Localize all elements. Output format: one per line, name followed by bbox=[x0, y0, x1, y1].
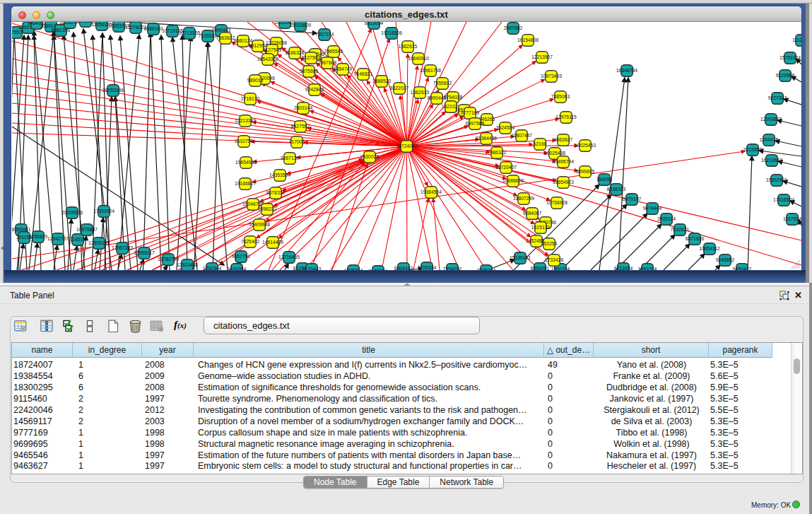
svg-text:1362615: 1362615 bbox=[411, 90, 430, 95]
svg-text:9657791: 9657791 bbox=[232, 254, 251, 259]
svg-text:1362615: 1362615 bbox=[399, 44, 418, 49]
svg-text:8678332: 8678332 bbox=[266, 190, 286, 195]
svg-text:10975867: 10975867 bbox=[76, 227, 98, 232]
svg-text:18724007: 18724007 bbox=[396, 144, 417, 148]
svg-text:1588520: 1588520 bbox=[372, 78, 392, 83]
svg-text:17957253: 17957253 bbox=[112, 245, 133, 250]
svg-text:9127503: 9127503 bbox=[263, 47, 282, 52]
svg-text:7663822: 7663822 bbox=[216, 35, 235, 40]
svg-text:5875685: 5875685 bbox=[300, 69, 319, 74]
svg-text:7632621: 7632621 bbox=[671, 227, 690, 232]
svg-text:1167534: 1167534 bbox=[783, 216, 801, 221]
svg-text:16046736: 16046736 bbox=[242, 201, 264, 206]
svg-text:16648784: 16648784 bbox=[616, 68, 637, 73]
svg-text:14353594: 14353594 bbox=[269, 173, 290, 177]
svg-text:10958117: 10958117 bbox=[134, 250, 155, 255]
svg-text:1244415: 1244415 bbox=[760, 137, 779, 142]
svg-text:16033809: 16033809 bbox=[290, 23, 311, 28]
svg-text:12213967: 12213967 bbox=[531, 54, 553, 59]
svg-text:417006: 417006 bbox=[289, 139, 305, 144]
svg-text:10688609: 10688609 bbox=[502, 178, 524, 183]
svg-text:1650334: 1650334 bbox=[551, 267, 570, 270]
svg-text:12505135: 12505135 bbox=[88, 240, 110, 245]
svg-text:2905314: 2905314 bbox=[477, 268, 496, 270]
svg-text:2803144: 2803144 bbox=[294, 105, 313, 110]
svg-text:16640910: 16640910 bbox=[408, 56, 429, 61]
svg-text:1733426: 1733426 bbox=[545, 257, 564, 262]
svg-text:6213054: 6213054 bbox=[614, 266, 633, 270]
svg-text:21364436: 21364436 bbox=[476, 136, 497, 141]
svg-text:16713155: 16713155 bbox=[179, 30, 200, 35]
svg-text:10973493: 10973493 bbox=[541, 74, 562, 78]
svg-text:19384554: 19384554 bbox=[420, 189, 442, 194]
svg-text:16154808: 16154808 bbox=[517, 37, 539, 42]
svg-text:7986322: 7986322 bbox=[488, 150, 507, 155]
svg-text:15136141: 15136141 bbox=[510, 255, 531, 260]
svg-text:10807487: 10807487 bbox=[511, 133, 532, 138]
svg-text:2965546: 2965546 bbox=[324, 49, 343, 54]
svg-text:8427552: 8427552 bbox=[291, 124, 310, 129]
svg-text:1156829: 1156829 bbox=[29, 234, 47, 239]
svg-text:2530025: 2530025 bbox=[360, 154, 379, 159]
svg-text:15720407: 15720407 bbox=[495, 165, 517, 170]
svg-text:7625402: 7625402 bbox=[241, 239, 260, 244]
svg-text:12942737: 12942737 bbox=[47, 236, 69, 241]
svg-text:7485063: 7485063 bbox=[551, 94, 570, 99]
svg-text:16543362: 16543362 bbox=[257, 57, 278, 62]
svg-text:9146821: 9146821 bbox=[354, 71, 373, 76]
svg-text:19166827: 19166827 bbox=[235, 181, 256, 186]
svg-text:15692921: 15692921 bbox=[766, 177, 787, 182]
svg-text:8854091: 8854091 bbox=[531, 266, 550, 270]
svg-text:6479197: 6479197 bbox=[623, 197, 642, 201]
svg-text:3624554: 3624554 bbox=[496, 125, 515, 130]
svg-text:2935114: 2935114 bbox=[657, 216, 676, 221]
svg-text:13495794: 13495794 bbox=[553, 159, 574, 164]
svg-text:9777169: 9777169 bbox=[461, 110, 480, 115]
svg-text:16961758: 16961758 bbox=[420, 68, 441, 73]
svg-text:8813054: 8813054 bbox=[365, 22, 384, 25]
svg-text:9120554: 9120554 bbox=[369, 269, 388, 270]
svg-text:12923448: 12923448 bbox=[177, 262, 198, 267]
svg-text:1610354: 1610354 bbox=[228, 267, 247, 270]
svg-text:7955812: 7955812 bbox=[433, 81, 452, 86]
svg-text:16782759: 16782759 bbox=[158, 257, 179, 262]
svg-text:10025438: 10025438 bbox=[544, 151, 565, 156]
svg-text:9794028: 9794028 bbox=[444, 95, 463, 100]
svg-text:9120443: 9120443 bbox=[302, 267, 322, 270]
svg-text:12975115: 12975115 bbox=[555, 115, 577, 119]
svg-text:1605334: 1605334 bbox=[344, 268, 363, 270]
svg-text:164095: 164095 bbox=[596, 177, 613, 182]
svg-text:10025453: 10025453 bbox=[575, 143, 596, 148]
svg-text:1498222: 1498222 bbox=[258, 206, 277, 211]
svg-text:9129966: 9129966 bbox=[776, 73, 795, 78]
svg-text:1112094: 1112094 bbox=[792, 37, 801, 42]
svg-text:2718170: 2718170 bbox=[241, 96, 260, 101]
svg-text:20206536: 20206536 bbox=[61, 210, 83, 215]
svg-text:8904412: 8904412 bbox=[394, 266, 413, 270]
svg-text:19654985: 19654985 bbox=[235, 160, 257, 165]
svg-text:16409948: 16409948 bbox=[249, 222, 270, 227]
svg-text:16210643: 16210643 bbox=[761, 158, 782, 163]
svg-text:2087682: 2087682 bbox=[504, 25, 523, 30]
svg-text:7357274: 7357274 bbox=[315, 32, 334, 37]
svg-text:13654923: 13654923 bbox=[553, 180, 574, 185]
svg-text:15751074: 15751074 bbox=[779, 55, 801, 60]
svg-text:9450412: 9450412 bbox=[733, 267, 752, 270]
svg-text:9463627: 9463627 bbox=[554, 137, 573, 142]
svg-text:9227343: 9227343 bbox=[768, 95, 787, 100]
svg-text:7515526: 7515526 bbox=[199, 33, 218, 38]
svg-text:3215958: 3215958 bbox=[743, 147, 763, 152]
svg-text:252254: 252254 bbox=[541, 241, 558, 246]
svg-text:12093873: 12093873 bbox=[760, 117, 782, 122]
svg-text:1093324: 1093324 bbox=[638, 267, 657, 270]
svg-text:10654112: 10654112 bbox=[699, 246, 720, 251]
svg-text:8127503: 8127503 bbox=[302, 55, 321, 60]
svg-text:1615132: 1615132 bbox=[531, 225, 551, 230]
svg-text:8322037: 8322037 bbox=[390, 86, 409, 90]
svg-text:7354012: 7354012 bbox=[443, 267, 462, 270]
svg-text:15276023: 15276023 bbox=[125, 25, 146, 30]
svg-text:18807249: 18807249 bbox=[513, 196, 534, 201]
svg-text:3267130: 3267130 bbox=[281, 156, 300, 160]
svg-text:17359924: 17359924 bbox=[93, 209, 114, 214]
svg-text:20053346: 20053346 bbox=[102, 88, 124, 93]
